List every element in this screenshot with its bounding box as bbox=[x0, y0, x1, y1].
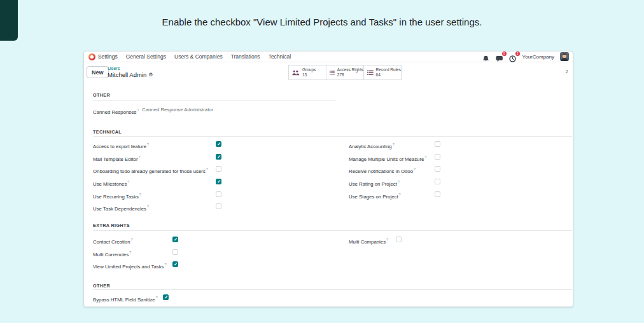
stat-button-groups[interactable]: Groups 13 bbox=[288, 65, 326, 80]
menu-general-settings[interactable]: General Settings bbox=[126, 53, 166, 60]
stat-value: 278 bbox=[337, 72, 363, 78]
help-icon: ? bbox=[147, 142, 149, 146]
help-icon: ? bbox=[139, 193, 141, 196]
breadcrumb-current-label: Mitchell Admin bbox=[108, 71, 146, 78]
stat-label: Groups bbox=[302, 67, 316, 72]
breadcrumb-users-link[interactable]: Users bbox=[108, 65, 153, 71]
checkbox-contact-creation[interactable] bbox=[172, 237, 178, 242]
field-row: Access to export feature? Analytic Accou… bbox=[84, 139, 573, 149]
section-divider bbox=[93, 100, 336, 101]
section-title-technical: TECHNICAL bbox=[93, 129, 122, 135]
field-label: Mail Template Editor? bbox=[93, 152, 141, 165]
odoo-logo-icon[interactable] bbox=[88, 53, 95, 60]
checkbox-use-task-dependencies[interactable] bbox=[216, 203, 221, 209]
field-row: Mail Template Editor? Manage Multiple Un… bbox=[84, 152, 573, 162]
action-gear-icon[interactable]: ⚙ bbox=[148, 72, 153, 78]
field-label: Bypass HTML Field Sanitize? bbox=[93, 292, 158, 305]
field-label: Analytic Accounting? bbox=[349, 139, 395, 152]
breadcrumb: Users Mitchell Admin ⚙ bbox=[108, 65, 153, 78]
field-label: Receive notifications in Odoo? bbox=[349, 164, 416, 177]
stat-label: Record Rules bbox=[376, 67, 401, 72]
field-row: Contact Creation? Multi Companies? bbox=[84, 235, 573, 245]
field-label: Multi Currencies? bbox=[93, 247, 131, 260]
pager-count: 2 bbox=[566, 69, 568, 74]
odoo-window: Settings General Settings Users & Compan… bbox=[83, 51, 573, 307]
help-icon: ? bbox=[127, 180, 129, 184]
field-label: Canned Responses? bbox=[93, 105, 139, 118]
checkbox-manage-multiple-units-of-measure[interactable] bbox=[435, 154, 440, 160]
help-icon: ? bbox=[206, 167, 208, 171]
help-icon: ? bbox=[147, 205, 149, 209]
company-switcher[interactable]: YourCompany bbox=[522, 54, 554, 60]
field-label: Use Rating on Project? bbox=[349, 177, 400, 189]
field-label: Use Recurring Tasks? bbox=[93, 189, 141, 202]
field-label: Contact Creation? bbox=[93, 235, 133, 247]
new-button[interactable]: New bbox=[87, 66, 109, 78]
checkbox-multi-companies[interactable] bbox=[396, 237, 402, 242]
field-row: Use Milestones? Use Rating on Project? bbox=[84, 177, 573, 187]
section-divider bbox=[93, 136, 572, 137]
navbar-systray: 0 3 YourCompany bbox=[482, 52, 569, 61]
stat-button-access-rights[interactable]: Access Rights 278 bbox=[326, 65, 364, 80]
user-avatar[interactable] bbox=[560, 52, 569, 61]
activities-clock-icon[interactable]: 3 bbox=[509, 53, 517, 60]
menu-users-companies[interactable]: Users & Companies bbox=[174, 53, 223, 60]
section-divider bbox=[93, 289, 572, 290]
checkbox-use-rating-on-project[interactable] bbox=[435, 179, 440, 184]
checkbox-use-stages-on-project[interactable] bbox=[435, 191, 440, 197]
help-icon: ? bbox=[129, 251, 131, 254]
section-divider bbox=[93, 230, 572, 231]
groups-icon bbox=[292, 70, 300, 76]
stat-value: 64 bbox=[376, 72, 401, 78]
stat-button-record-rules[interactable]: Record Rules 64 bbox=[363, 65, 402, 80]
menubar: Settings General Settings Users & Compan… bbox=[84, 52, 573, 62]
section-title-other-bottom: OTHER bbox=[93, 283, 110, 289]
help-icon: ? bbox=[414, 167, 416, 171]
field-label: Multi Companies? bbox=[349, 235, 388, 247]
field-label: Manage Multiple Units of Measure? bbox=[349, 152, 426, 165]
checkbox-view-limited-projects-and-tasks[interactable] bbox=[172, 261, 178, 267]
access-rights-icon bbox=[330, 70, 335, 76]
field-label: Use Milestones? bbox=[93, 177, 129, 189]
checkbox-multi-currencies[interactable] bbox=[172, 249, 178, 255]
record-rules-icon bbox=[367, 70, 374, 76]
checkbox-use-milestones[interactable] bbox=[216, 179, 221, 184]
section-title-other: OTHER bbox=[93, 92, 110, 98]
notifications-bell-icon[interactable] bbox=[482, 53, 490, 60]
field-row: Multi Currencies? bbox=[84, 247, 573, 258]
stat-button-box: Groups 13 Access Rights 278 Record Rules… bbox=[288, 65, 402, 80]
field-value-canned-responses[interactable]: Canned Response Administrator bbox=[142, 105, 213, 115]
checkbox-onboarding-todo[interactable] bbox=[216, 166, 221, 172]
help-icon: ? bbox=[393, 142, 395, 146]
section-title-extra-rights: EXTRA RIGHTS bbox=[93, 223, 130, 228]
checkbox-mail-template-editor[interactable] bbox=[216, 154, 221, 160]
checkbox-access-to-export-feature[interactable] bbox=[216, 141, 221, 147]
checkbox-analytic-accounting[interactable] bbox=[435, 141, 440, 147]
checkbox-use-recurring-tasks[interactable] bbox=[216, 191, 221, 197]
field-row: View Limited Projects and Tasks? bbox=[84, 259, 573, 270]
app-name[interactable]: Settings bbox=[98, 53, 118, 60]
field-label: Use Stages on Project? bbox=[349, 189, 401, 202]
checkbox-bypass-html-field-sanitize[interactable] bbox=[163, 294, 169, 300]
menu-translations[interactable]: Translations bbox=[231, 53, 260, 60]
stat-label: Access Rights bbox=[337, 67, 363, 72]
field-label: Access to export feature? bbox=[93, 139, 149, 152]
checkbox-receive-notifications-in-odoo[interactable] bbox=[435, 166, 440, 172]
messages-badge: 0 bbox=[502, 52, 507, 56]
field-label: View Limited Projects and Tasks? bbox=[93, 259, 167, 272]
field-row-canned-responses: Canned Responses? Canned Response Admini… bbox=[84, 105, 573, 115]
menu-technical[interactable]: Technical bbox=[269, 53, 291, 60]
help-icon: ? bbox=[399, 193, 401, 196]
help-icon: ? bbox=[139, 155, 141, 159]
field-label: Use Task Dependencies? bbox=[93, 202, 149, 214]
help-icon: ? bbox=[398, 180, 400, 184]
messages-icon[interactable]: 0 bbox=[496, 53, 503, 60]
field-row: Bypass HTML Field Sanitize? bbox=[84, 292, 573, 303]
help-icon: ? bbox=[424, 155, 426, 159]
field-row: Onboarding todo already generated for th… bbox=[84, 164, 573, 174]
field-row: Use Task Dependencies? bbox=[84, 202, 573, 212]
field-label: Onboarding todo already generated for th… bbox=[93, 164, 208, 177]
field-row: Use Recurring Tasks? Use Stages on Proje… bbox=[84, 189, 573, 200]
help-icon: ? bbox=[165, 263, 167, 266]
help-icon: ? bbox=[386, 238, 388, 242]
